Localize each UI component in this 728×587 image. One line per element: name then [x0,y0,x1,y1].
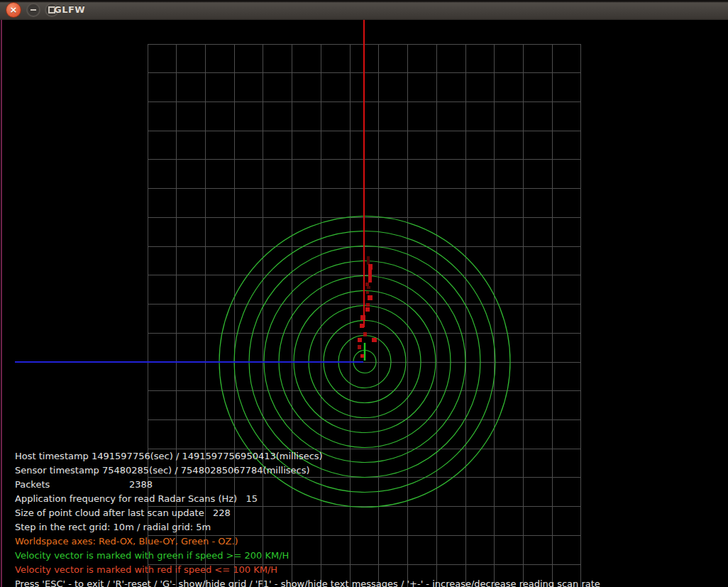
radar-viewport[interactable] [0,0,728,587]
window-left-border [1,20,2,587]
title-bar: × GLFW [0,0,728,20]
point-cloud [358,256,377,358]
worldspace-axes [15,20,365,362]
minimize-button[interactable] [26,3,40,17]
close-button[interactable]: × [6,2,21,18]
window-title: GLFW [54,4,85,15]
minimize-icon [31,9,36,11]
